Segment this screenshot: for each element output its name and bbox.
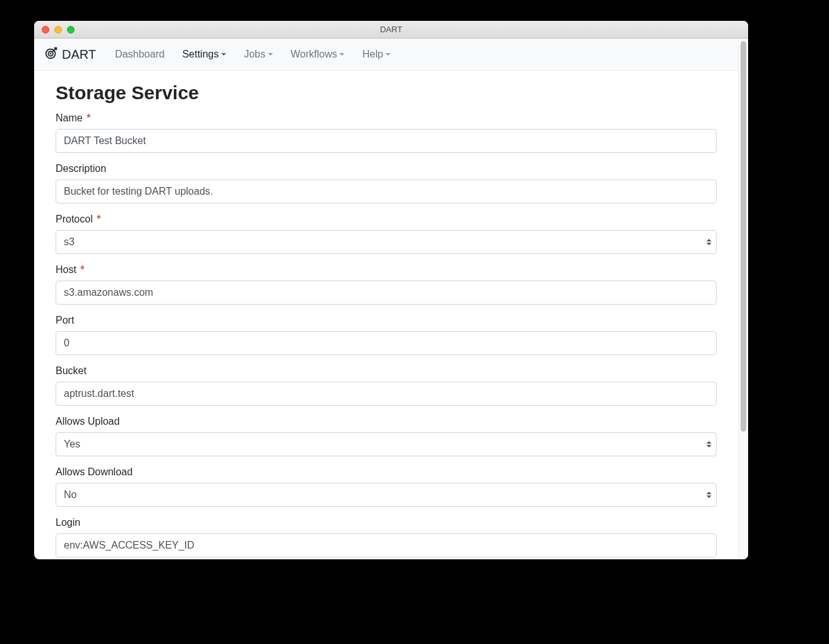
host-input[interactable]	[56, 281, 717, 305]
allows-download-select-value: No	[64, 487, 76, 502]
bucket-label: Bucket	[56, 365, 717, 377]
main-navbar: DART Dashboard Settings Jobs Workflows	[34, 39, 738, 71]
host-label-text: Host	[56, 264, 76, 275]
target-icon	[44, 46, 58, 63]
form-group-port: Port	[56, 315, 717, 355]
port-input[interactable]	[56, 331, 717, 355]
window-controls	[42, 26, 75, 33]
form-group-protocol: Protocol * s3	[56, 214, 717, 254]
nav-dashboard-label: Dashboard	[115, 49, 164, 60]
login-label: Login	[56, 517, 717, 528]
name-label: Name *	[56, 112, 717, 124]
brand-text: DART	[62, 47, 96, 62]
form-group-name: Name *	[56, 112, 717, 153]
nav-jobs-label: Jobs	[244, 49, 265, 60]
protocol-label: Protocol *	[56, 214, 717, 225]
allows-download-select-wrapper: No	[56, 483, 717, 507]
allows-upload-select-value: Yes	[64, 437, 80, 452]
form-group-allows-download: Allows Download No	[56, 466, 717, 507]
scrollbar-thumb[interactable]	[741, 41, 746, 432]
content-viewport: DART Dashboard Settings Jobs Workflows	[34, 39, 748, 559]
brand[interactable]: DART	[44, 46, 96, 63]
host-label: Host *	[56, 264, 717, 276]
required-marker: *	[87, 112, 90, 123]
port-label: Port	[56, 315, 717, 326]
nav-settings[interactable]: Settings	[176, 45, 233, 64]
content-scroll: DART Dashboard Settings Jobs Workflows	[34, 39, 738, 559]
allows-upload-select-wrapper: Yes	[56, 432, 717, 456]
form-group-login: Login	[56, 517, 717, 557]
protocol-label-text: Protocol	[56, 214, 93, 224]
form-group-description: Description	[56, 163, 717, 204]
chevron-down-icon	[385, 53, 390, 56]
window-titlebar: DART	[34, 21, 748, 39]
allows-upload-select[interactable]: Yes	[56, 432, 717, 456]
maximize-window-button[interactable]	[67, 26, 75, 33]
chevron-down-icon	[339, 53, 344, 56]
form-group-bucket: Bucket	[56, 365, 717, 406]
description-input[interactable]	[56, 179, 717, 204]
protocol-select[interactable]: s3	[56, 230, 717, 254]
nav-dashboard[interactable]: Dashboard	[109, 45, 171, 64]
nav-help[interactable]: Help	[356, 45, 397, 64]
protocol-select-value: s3	[64, 234, 75, 250]
nav-workflows-label: Workflows	[291, 49, 337, 60]
vertical-scrollbar[interactable]	[738, 39, 748, 559]
required-marker: *	[97, 214, 100, 224]
bucket-input[interactable]	[56, 382, 717, 406]
page-title: Storage Service	[56, 82, 717, 104]
nav-settings-label: Settings	[182, 49, 219, 60]
description-label: Description	[56, 163, 717, 174]
nav-workflows[interactable]: Workflows	[284, 45, 351, 64]
window-title: DART	[34, 25, 748, 34]
chevron-down-icon	[268, 53, 273, 56]
name-input[interactable]	[56, 129, 717, 153]
allows-download-label: Allows Download	[56, 466, 717, 478]
nav-help-label: Help	[362, 49, 383, 60]
form-group-allows-upload: Allows Upload Yes	[56, 416, 717, 456]
nav-jobs[interactable]: Jobs	[238, 45, 279, 64]
svg-point-2	[51, 53, 51, 54]
allows-download-select[interactable]: No	[56, 483, 717, 507]
protocol-select-wrapper: s3	[56, 230, 717, 254]
chevron-down-icon	[221, 53, 226, 56]
login-input[interactable]	[56, 533, 717, 557]
required-marker: *	[80, 264, 84, 275]
close-window-button[interactable]	[42, 26, 49, 33]
app-window: DART DART	[34, 21, 748, 559]
minimize-window-button[interactable]	[54, 26, 62, 33]
page-body: Storage Service Name * Description	[34, 71, 738, 559]
form-group-host: Host *	[56, 264, 717, 305]
allows-upload-label: Allows Upload	[56, 416, 717, 427]
name-label-text: Name	[56, 112, 83, 123]
